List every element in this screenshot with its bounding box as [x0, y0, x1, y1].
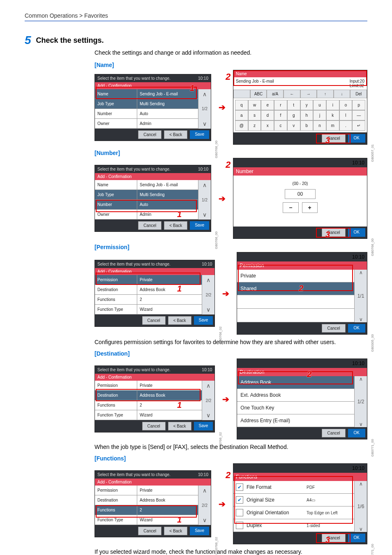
breadcrumb: Common Operations > Favorites [25, 12, 367, 19]
number-left-panel: Select the item that you want to change.… [95, 165, 211, 232]
callout-1: 1 [177, 400, 182, 410]
row-number[interactable]: NumberAuto [95, 109, 198, 119]
callout-3: 3 [325, 230, 330, 239]
checkbox-icon [236, 522, 243, 529]
callout-2: 2 [226, 160, 231, 170]
callout-1: 1 [190, 83, 194, 93]
section-functions: [Functions] [95, 455, 367, 462]
destination-desc: When the job type is [Send] or [FAX], se… [95, 444, 367, 450]
arrow-icon: ➔ [222, 394, 229, 404]
checkbox-icon: ✔ [236, 483, 243, 491]
callout-1: 1 [177, 284, 182, 294]
functions-desc: If you selected wizard mode, check the f… [95, 548, 367, 555]
scroll-down[interactable]: ∨ [198, 119, 211, 129]
panel-time: 10:10 [198, 76, 208, 81]
arrow-icon: ➔ [222, 289, 229, 298]
destination-left-panel: Select the item that you want to change.… [95, 365, 215, 432]
cancel-button[interactable]: Cancel [138, 130, 161, 139]
callout-1: 1 [177, 210, 182, 219]
row-jobtype[interactable]: Job TypeMulti Sending [95, 99, 198, 109]
page-indicator: 1/2 [202, 106, 208, 111]
keyboard-panel: Name Sending Job - E-mailInput:20Limit:3… [233, 70, 367, 145]
perm-private[interactable]: Private [237, 270, 354, 282]
input-value[interactable]: Sending Job - E-mail [236, 79, 274, 88]
section-permission: [Permission] [95, 244, 367, 250]
callout-2: 2 [226, 470, 231, 481]
image-tag: GB0766_00 [214, 141, 218, 158]
back-button[interactable]: < Back [164, 130, 187, 139]
step-title: Check the settings. [36, 36, 104, 45]
panel-subheader: Name [233, 70, 367, 77]
checkbox-icon: ✔ [236, 496, 243, 504]
row-owner[interactable]: OwnerAdmin [95, 119, 198, 129]
number-value[interactable]: 00 [285, 189, 316, 199]
section-name: [Name] [95, 62, 367, 68]
arrow-icon: ➔ [219, 102, 226, 112]
row-number[interactable]: NumberAuto [95, 200, 198, 210]
ok-button[interactable]: OK [348, 134, 365, 143]
name-left-panel: Select the item that you want to change.… [95, 74, 211, 141]
row-name[interactable]: NameSending Job - E-mail [95, 89, 198, 99]
functions-right-panel: 10:10 Functions ✔File FormatPDF ✔Origina… [233, 463, 367, 544]
permission-desc: Configures permission settings for favor… [95, 339, 367, 345]
section-number: [Number] [95, 150, 367, 156]
arrow-icon: ➔ [219, 194, 226, 204]
section-destination: [Destination] [95, 350, 367, 357]
panel-header: Select the item that you want to change. [97, 76, 171, 81]
scroll-up[interactable]: ∧ [198, 89, 211, 99]
callout-2: 2 [307, 370, 311, 379]
minus-button[interactable]: − [283, 202, 298, 213]
functions-left-panel: Select the item that you want to change.… [95, 470, 211, 537]
callout-2: 2 [226, 72, 231, 82]
row-owner[interactable]: OwnerAdmin [95, 210, 198, 220]
perm-shared[interactable]: Shared [237, 282, 354, 295]
save-button[interactable]: Save [190, 130, 209, 139]
callout-1: 1 [177, 515, 182, 525]
callout-2: 2 [299, 284, 303, 293]
callout-3: 3 [325, 535, 330, 545]
number-entry-panel: 10:10 Number (00 - 20) 00 −+ CancelOK 3 … [233, 158, 367, 239]
row-jobtype[interactable]: Job TypeMulti Sending [95, 190, 198, 200]
arrow-icon: ➔ [219, 499, 226, 509]
checkbox-icon [236, 509, 243, 516]
permission-right-panel: 10:10 Permission Private Shared ∧1/1∨ Ca… [237, 252, 367, 335]
callout-3: 3 [325, 136, 330, 145]
step-number: 5 [25, 34, 31, 47]
destination-right-panel: 10:10 Destination Address Book Ext. Addr… [237, 358, 367, 439]
divider [25, 21, 367, 21]
plus-button[interactable]: + [302, 202, 318, 213]
row-name[interactable]: NameSending Job - E-mail [95, 180, 198, 190]
range-label: (00 - 20) [293, 181, 308, 186]
image-tag: GB0057_01 [371, 144, 374, 162]
permission-left-panel: Select the item that you want to change.… [95, 260, 215, 327]
step-description: Check the settings and change or add inf… [95, 49, 367, 56]
